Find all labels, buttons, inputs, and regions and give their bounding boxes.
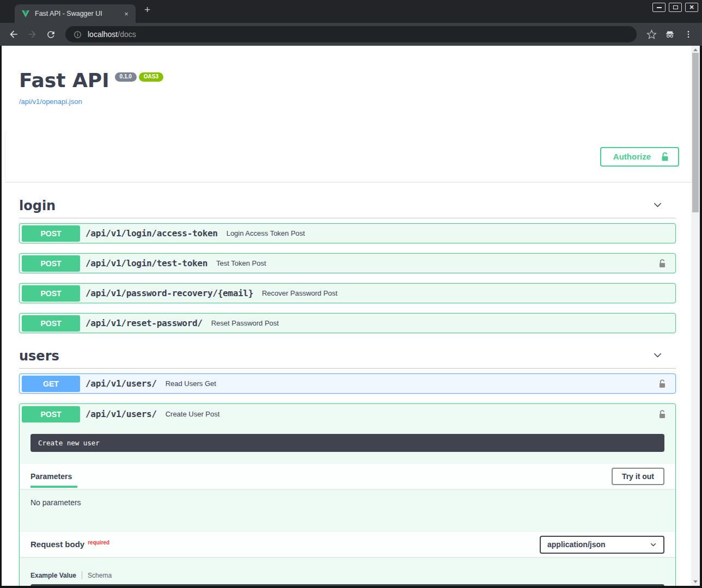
operation-summary: Read Users Get	[166, 379, 657, 388]
scrollbar-thumb[interactable]	[692, 53, 699, 212]
method-badge: POST	[22, 406, 80, 422]
section-login: login POST /api/v1/login/access-token Lo…	[19, 198, 676, 333]
section-login-header[interactable]: login	[19, 198, 676, 218]
star-icon	[646, 29, 657, 40]
required-flag: required	[88, 540, 109, 546]
tab-close-icon[interactable]: ×	[121, 9, 131, 19]
method-badge: POST	[22, 285, 80, 302]
window-controls: ✕	[652, 3, 698, 12]
section-title: users	[19, 348, 59, 364]
browser-toolbar: localhost/docs	[0, 23, 702, 46]
auth-lock-button[interactable]	[657, 258, 668, 269]
url-bar[interactable]: localhost/docs	[65, 26, 637, 42]
operation-path: /api/v1/users/	[86, 378, 157, 389]
operation-path: /api/v1/login/test-token	[86, 258, 207, 268]
tab-title: Fast API - Swagger UI	[35, 10, 117, 17]
url-path: /docs	[118, 30, 136, 39]
unlock-icon	[657, 409, 668, 420]
section-users-header[interactable]: users	[19, 348, 676, 369]
bookmark-button[interactable]	[643, 26, 660, 42]
chevron-down-icon	[650, 541, 657, 548]
scroll-up-arrow[interactable]	[693, 48, 698, 51]
schema-tab[interactable]: Schema	[88, 572, 112, 579]
tab-divider	[82, 571, 82, 579]
operation-summary: Reset Password Post	[211, 319, 668, 327]
operation-path: /api/v1/users/	[86, 409, 157, 419]
parameters-tab[interactable]: Parameters	[30, 472, 72, 481]
menu-button[interactable]	[680, 26, 697, 42]
operation-row[interactable]: POST /api/v1/login/test-token Test Token…	[19, 253, 676, 273]
model-example-tabs: Example Value Schema	[20, 557, 675, 584]
media-type-value: application/json	[547, 540, 606, 549]
section-users: users GET /api/v1/users/ Read Users Get	[19, 348, 676, 586]
operation-row[interactable]: GET /api/v1/users/ Read Users Get	[19, 373, 676, 394]
scheme-container: Authorize	[5, 131, 696, 182]
maximize-button[interactable]	[669, 3, 682, 12]
back-icon	[8, 29, 19, 40]
method-badge: GET	[22, 376, 80, 392]
media-type-select[interactable]: application/json	[540, 536, 664, 554]
page-viewport: Fast API 0.1.0 OAS3 /api/v1/openapi.json…	[2, 46, 700, 586]
oas3-badge: OAS3	[139, 72, 163, 82]
operation-row[interactable]: POST /api/v1/reset-password/ Reset Passw…	[19, 313, 676, 333]
operation-path: /api/v1/password-recovery/{email}	[86, 288, 253, 298]
operation-summary: Recover Password Post	[262, 289, 668, 297]
operation-path: /api/v1/reset-password/	[86, 318, 203, 328]
example-code-block: {	[30, 584, 664, 586]
operation-row[interactable]: POST /api/v1/users/ Create User Post	[20, 404, 675, 424]
forward-button[interactable]	[24, 26, 40, 42]
unlock-icon	[660, 151, 670, 162]
chevron-down-icon	[652, 200, 663, 212]
minimize-icon	[657, 7, 662, 8]
unlock-icon	[657, 378, 668, 389]
incognito-badge	[662, 26, 678, 42]
browser-window: Fast API - Swagger UI × + ✕ localhost/do…	[0, 0, 702, 588]
operation-row[interactable]: POST /api/v1/password-recovery/{email} R…	[19, 283, 676, 303]
scrollbar[interactable]	[691, 46, 700, 586]
url-host: localhost	[88, 30, 118, 39]
section-title: login	[19, 198, 56, 213]
operation-summary: Test Token Post	[216, 259, 657, 267]
close-icon: ✕	[689, 4, 694, 10]
try-it-out-button[interactable]: Try it out	[612, 468, 664, 485]
operation-summary: Create User Post	[166, 410, 657, 418]
forward-icon	[27, 29, 38, 40]
authorize-button[interactable]: Authorize	[600, 147, 679, 167]
close-button[interactable]: ✕	[685, 3, 698, 12]
minimize-button[interactable]	[652, 3, 666, 12]
reload-button[interactable]	[42, 26, 59, 42]
site-info-icon[interactable]	[73, 30, 82, 39]
api-info: Fast API 0.1.0 OAS3 /api/v1/openapi.json	[19, 46, 676, 106]
operation-summary: Login Access Token Post	[227, 229, 668, 237]
method-badge: POST	[22, 225, 80, 242]
parameters-header: Parameters Try it out	[20, 464, 675, 489]
authorize-label: Authorize	[613, 152, 651, 161]
operation-row[interactable]: POST /api/v1/login/access-token Login Ac…	[19, 223, 676, 243]
kebab-menu-icon	[683, 29, 693, 39]
scroll-down-arrow[interactable]	[693, 580, 698, 583]
incognito-icon	[664, 29, 675, 40]
browser-tab[interactable]: Fast API - Swagger UI ×	[15, 4, 136, 23]
site-favicon-icon	[21, 9, 30, 18]
operation-description: Create new user	[30, 434, 664, 452]
auth-lock-button[interactable]	[657, 409, 668, 420]
chevron-down-icon	[652, 350, 663, 363]
back-button[interactable]	[5, 26, 22, 42]
example-value-tab[interactable]: Example Value	[30, 572, 76, 579]
method-badge: POST	[22, 255, 80, 272]
method-badge: POST	[22, 315, 80, 332]
new-tab-button[interactable]: +	[136, 4, 150, 19]
request-body-header: Request bodyrequired application/json	[20, 532, 675, 557]
reload-icon	[46, 29, 56, 40]
maximize-icon	[673, 5, 678, 9]
swagger-ui: Fast API 0.1.0 OAS3 /api/v1/openapi.json…	[2, 46, 700, 586]
no-parameters-text: No parameters	[20, 489, 675, 520]
openapi-spec-link[interactable]: /api/v1/openapi.json	[19, 97, 82, 106]
url-text: localhost/docs	[88, 29, 136, 39]
auth-lock-button[interactable]	[657, 378, 668, 389]
page-title: Fast API	[19, 70, 109, 91]
titlebar: Fast API - Swagger UI × + ✕	[0, 0, 702, 23]
request-body-label: Request body	[30, 540, 84, 549]
operation-path: /api/v1/login/access-token	[86, 228, 218, 238]
operation-expanded: POST /api/v1/users/ Create User Post Cre…	[19, 403, 676, 586]
